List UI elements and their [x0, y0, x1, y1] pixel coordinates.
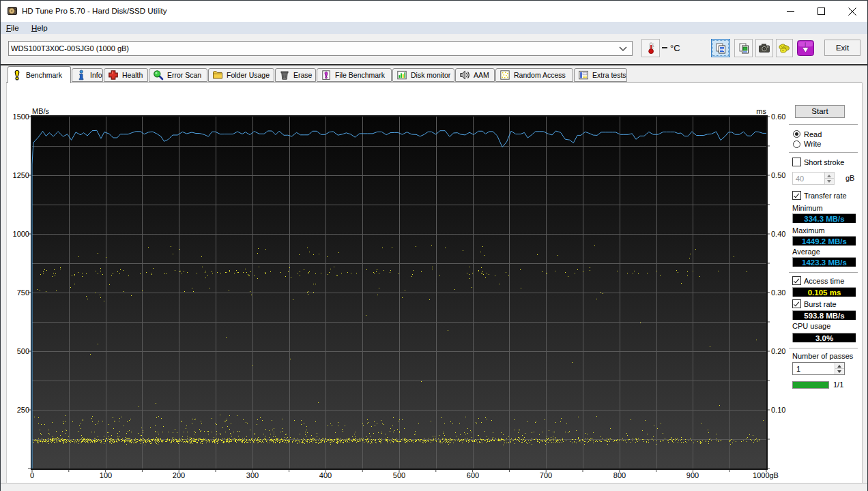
svg-text:ms: ms: [756, 107, 766, 115]
svg-text:700: 700: [540, 471, 552, 479]
svg-text:750: 750: [17, 288, 29, 297]
svg-text:0.20: 0.20: [771, 347, 785, 355]
svg-text:300: 300: [246, 471, 259, 479]
svg-text:400: 400: [319, 471, 332, 479]
svg-text:900: 900: [686, 471, 699, 479]
svg-text:600: 600: [467, 471, 479, 479]
svg-text:0.30: 0.30: [771, 288, 785, 297]
svg-text:1000: 1000: [13, 230, 29, 238]
svg-text:1000gB: 1000gB: [753, 471, 779, 479]
svg-text:500: 500: [17, 347, 29, 355]
svg-text:0.50: 0.50: [771, 171, 785, 179]
svg-text:0.10: 0.10: [771, 406, 785, 414]
svg-text:1500: 1500: [13, 113, 29, 121]
svg-text:0.40: 0.40: [771, 230, 785, 238]
svg-text:200: 200: [173, 471, 185, 479]
svg-text:250: 250: [17, 406, 29, 414]
svg-text:MB/s: MB/s: [32, 107, 50, 115]
svg-text:800: 800: [613, 471, 626, 479]
svg-text:1250: 1250: [13, 171, 29, 179]
svg-text:100: 100: [100, 471, 112, 479]
svg-text:0: 0: [30, 471, 34, 479]
svg-text:0.60: 0.60: [771, 113, 785, 121]
svg-text:500: 500: [393, 471, 405, 479]
